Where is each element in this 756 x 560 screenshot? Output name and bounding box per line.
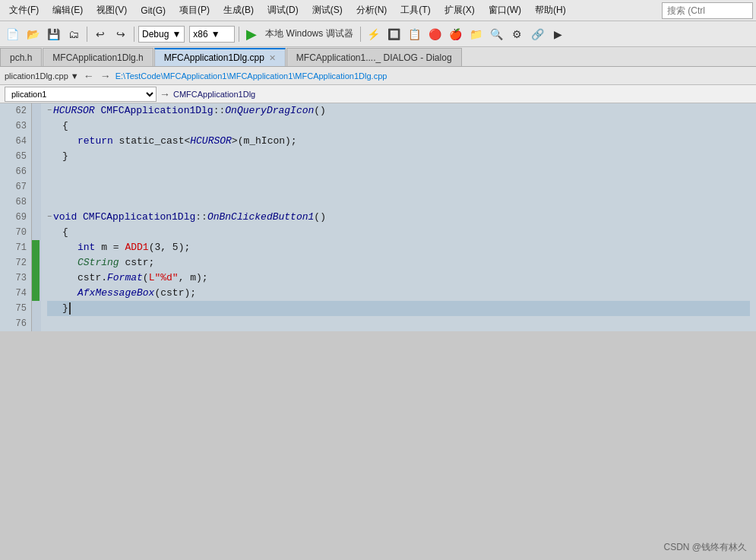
menu-tools[interactable]: 工具(T) [394, 1, 436, 20]
toolbar-btn-open[interactable]: 📂 [24, 25, 42, 43]
code-line-66 [47, 164, 750, 179]
tab-dialog[interactable]: MFCApplication1...._ DIALOG - Dialog [286, 48, 462, 66]
platform-label: x86 [193, 29, 207, 40]
gutter-68 [32, 195, 41, 210]
toolbar-btn-extra6[interactable]: 📁 [467, 25, 486, 43]
ln-70: 70 [3, 225, 27, 240]
toolbar-btn-undo[interactable]: ↩ [91, 25, 109, 43]
gutter-70 [32, 225, 41, 240]
menu-extensions[interactable]: 扩展(X) [438, 1, 481, 20]
toolbar-btn-extra1[interactable]: ⚡ [365, 25, 383, 43]
toolbar-btn-1[interactable]: 📄 [3, 25, 21, 43]
ln-69: 69 [3, 210, 27, 225]
file-nav-dropdown[interactable]: plication1Dlg.cpp ▼ [5, 71, 79, 81]
menu-view[interactable]: 视图(V) [90, 1, 133, 20]
text-cursor [69, 302, 71, 315]
platform-dropdown[interactable]: x86 ▼ [189, 26, 235, 43]
code-line-70: { [47, 225, 750, 240]
code-line-62: − HCURSOR CMFCApplication1Dlg :: OnQuery… [47, 103, 750, 119]
gutter-67 [32, 179, 41, 195]
menu-file[interactable]: 文件(F) [3, 1, 45, 20]
code-line-74: AfxMessageBox (cstr); [47, 286, 750, 301]
toolbar-btn-extra2[interactable]: 🔲 [385, 25, 403, 43]
gutter-76 [32, 316, 41, 331]
code-line-73: cstr. Format ( L"%d" , m); [47, 271, 750, 286]
code-line-68 [47, 195, 750, 210]
ln-62: 62 [3, 103, 27, 119]
menu-window[interactable]: 窗口(W) [482, 1, 527, 20]
tab-bar: pch.h MFCApplication1Dlg.h MFCApplicatio… [0, 47, 756, 67]
code-line-69: − void CMFCApplication1Dlg :: OnBnClicke… [47, 210, 750, 225]
gutter-65 [32, 149, 41, 164]
watermark: CSDN @钱终有林久 [663, 541, 747, 554]
toolbar-btn-extra7[interactable]: 🔍 [488, 25, 506, 43]
separator-1 [87, 27, 87, 42]
toolbar-btn-extra4[interactable]: 🔴 [426, 25, 444, 43]
menu-bar: 文件(F) 编辑(E) 视图(V) Git(G) 项目(P) 生成(B) 调试(… [0, 0, 756, 21]
ln-73: 73 [3, 271, 27, 286]
path-bar: plication1Dlg.cpp ▼ ← → E:\TestCode\MFCA… [0, 67, 756, 85]
toolbar-btn-save[interactable]: 💾 [44, 25, 62, 43]
gutter-63 [32, 119, 41, 134]
func-bar: plication1 → CMFCApplication1Dlg [0, 85, 756, 103]
separator-3 [239, 27, 239, 42]
toolbar-btn-extra9[interactable]: 🔗 [529, 25, 547, 43]
menu-test[interactable]: 测试(S) [306, 1, 349, 20]
tab-mfcdlg-cpp-modified: ✕ [269, 53, 276, 63]
nav-back-btn[interactable]: ← [82, 70, 96, 82]
tab-pch[interactable]: pch.h [0, 48, 42, 66]
run-button[interactable]: ▶ [243, 26, 260, 43]
menu-project[interactable]: 项目(P) [173, 1, 216, 20]
separator-2 [134, 27, 134, 42]
debug-config-dropdown[interactable]: Debug ▼ [138, 26, 185, 43]
toolbar-btn-extra8[interactable]: ⚙ [508, 25, 527, 43]
gutter-73-marker [32, 271, 40, 286]
menu-analyze[interactable]: 分析(N) [350, 1, 394, 20]
nav-forward-btn[interactable]: → [99, 70, 112, 82]
toolbar: 📄 📂 💾 🗂 ↩ ↪ Debug ▼ x86 ▼ ▶ 本地 Windows 调… [0, 21, 756, 47]
tab-mfcdlg-h-label: MFCApplication1Dlg.h [52, 52, 143, 63]
tab-dialog-label: MFCApplication1...._ DIALOG - Dialog [296, 52, 452, 63]
ln-63: 63 [3, 119, 27, 134]
toolbar-btn-save-all[interactable]: 🗂 [65, 25, 83, 43]
scope-dropdown[interactable]: plication1 [5, 87, 157, 102]
func-arrow: → [160, 88, 170, 100]
code-line-72: CString cstr; [47, 255, 750, 271]
ln-66: 66 [3, 164, 27, 179]
tab-mfcdlg-cpp[interactable]: MFCApplication1Dlg.cpp ✕ [154, 48, 286, 66]
code-content[interactable]: − HCURSOR CMFCApplication1Dlg :: OnQuery… [41, 103, 756, 331]
ln-75: 75 [3, 301, 27, 316]
menu-build[interactable]: 生成(B) [217, 1, 260, 20]
ln-64: 64 [3, 134, 27, 149]
code-line-64: return static_cast< HCURSOR >(m_hIcon); [47, 134, 750, 149]
code-line-67 [47, 179, 750, 195]
toolbar-btn-extra10[interactable]: ▶ [549, 25, 568, 43]
ln-76: 76 [3, 316, 27, 331]
menu-search-input[interactable] [662, 2, 753, 19]
gutter-62 [32, 103, 41, 119]
toolbar-btn-extra3[interactable]: 📋 [406, 25, 424, 43]
tab-mfcdlg-cpp-label: MFCApplication1Dlg.cpp [164, 52, 264, 63]
gutter-66 [32, 164, 41, 179]
gutter-71-marker [32, 240, 40, 255]
collapse-69[interactable]: − [47, 210, 52, 225]
editor-area: 62 63 64 65 66 67 68 69 70 71 72 73 74 7… [0, 103, 756, 331]
code-line-63: { [47, 119, 750, 134]
code-line-75: } [47, 301, 750, 316]
tab-mfcdlg-h[interactable]: MFCApplication1Dlg.h [43, 48, 153, 66]
menu-git[interactable]: Git(G) [134, 2, 172, 19]
func-name: CMFCApplication1Dlg [173, 90, 255, 99]
collapse-62[interactable]: − [47, 103, 52, 119]
menu-debug[interactable]: 调试(D) [261, 1, 305, 20]
ln-72: 72 [3, 255, 27, 271]
ln-68: 68 [3, 195, 27, 210]
gutter-64 [32, 134, 41, 149]
tab-pch-label: pch.h [10, 52, 32, 63]
code-line-65: } [47, 149, 750, 164]
code-panel: 62 63 64 65 66 67 68 69 70 71 72 73 74 7… [0, 103, 756, 331]
menu-edit[interactable]: 编辑(E) [46, 1, 89, 20]
toolbar-btn-extra5[interactable]: 🍎 [447, 25, 465, 43]
platform-arrow: ▼ [211, 29, 220, 40]
toolbar-btn-redo[interactable]: ↪ [112, 25, 130, 43]
menu-help[interactable]: 帮助(H) [529, 1, 572, 20]
